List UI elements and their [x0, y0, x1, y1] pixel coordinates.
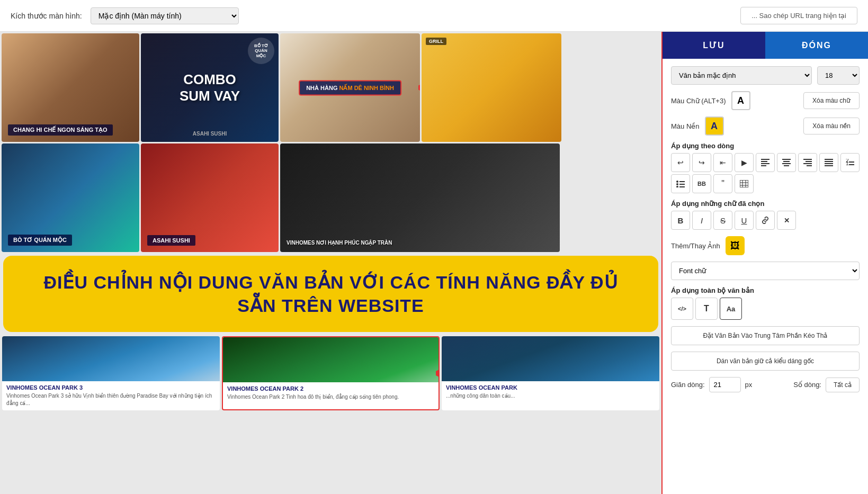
image-grid-row1: CHANG HI CHẾ NGON SÁNG TẠO BỒ TƠQUÁNMỘC …	[0, 32, 661, 143]
align-right-button[interactable]	[798, 153, 817, 172]
font-family-select[interactable]: Văn bản mặc định Arial Roboto	[671, 66, 812, 85]
play-button[interactable]: ▶	[735, 153, 754, 172]
apply-all-toolbar: </> T Aa	[671, 298, 860, 320]
grid-cell-2: BỒ TƠQUÁNMỘC COMBOSUM VAY ASAHI SUSHI	[141, 33, 279, 142]
copy-url-button[interactable]: ... Sao chép URL trang hiện tại	[740, 7, 857, 24]
line-toolbar: ↩ ↪ ⇤ ▶	[671, 153, 860, 172]
align-justify-button[interactable]	[819, 153, 838, 172]
card2-desc: Vinhomes Ocean Park 2 Tinh hoa đô thị bi…	[227, 393, 434, 401]
bold-button[interactable]: B	[671, 211, 690, 230]
arrow-to-card2	[436, 363, 440, 384]
bg-color-preview[interactable]: A	[705, 116, 724, 136]
line-spacing-label: Giãn dòng:	[671, 381, 705, 389]
text-color-label: Màu Chữ (ALT+3)	[671, 97, 726, 105]
big-headline: ĐIỀU CHỈNH NỘI DUNG VĂN BẢN VỚI CÁC TÍNH…	[24, 271, 637, 317]
align-center-button[interactable]	[777, 153, 796, 172]
svg-rect-9	[783, 161, 790, 162]
svg-rect-5	[761, 161, 767, 162]
card3-title: VINHOMES OCEAN PARK	[446, 384, 655, 391]
screen-size-select[interactable]: Mặc định (Màn máy tính) Màn hình nhỏ Màn…	[91, 7, 239, 24]
bg-color-row: Màu Nền A Xóa màu nền	[671, 116, 860, 136]
svg-rect-14	[803, 163, 812, 164]
panel-header: LƯU ĐÓNG	[663, 32, 868, 59]
card1-title: VINHOMES OCEAN PARK 3	[6, 384, 216, 391]
bbcode-button[interactable]: BB	[692, 174, 711, 193]
tat-ca-button[interactable]: Tất cả	[826, 378, 860, 392]
code-block-button[interactable]: </>	[671, 298, 693, 320]
font-size-select[interactable]: 18 12 14 16 20 24	[817, 66, 860, 85]
text-T-button[interactable]: T	[695, 298, 718, 320]
card3-desc: ...những công dân toàn cầu...	[446, 392, 655, 400]
clear-bg-color-button[interactable]: Xóa màu nền	[803, 118, 860, 134]
card1-desc: Vinhomes Ocean Park 3 sở hữu Vịnh biển t…	[6, 392, 216, 407]
font-settings-row: Văn bản mặc định Arial Roboto 18 12 14 1…	[671, 66, 860, 85]
format-toolbar: B I S U ✕	[671, 211, 860, 230]
clear-text-color-button[interactable]: Xóa màu chữ	[803, 92, 860, 109]
grid-cell-7: VINHOMES NƠI HẠNH PHÚC NGẬP TRÀN	[280, 143, 560, 252]
cell5-label: BÒ TƠ QUÁN MỘC	[8, 235, 72, 246]
grid-cell-1: CHANG HI CHẾ NGON SÁNG TẠO	[2, 33, 139, 142]
panel-body: Văn bản mặc định Arial Roboto 18 12 14 1…	[663, 59, 868, 400]
svg-rect-12	[803, 159, 812, 160]
website-preview: CHANG HI CHẾ NGON SÁNG TẠO BỒ TƠQUÁNMỘC …	[0, 32, 661, 494]
line-spacing-row: Giãn dòng: px Số dòng: Tất cả	[671, 377, 860, 392]
grid-cell-6: ASAHI SUSHI	[141, 143, 279, 252]
image-grid-row2: BÒ TƠ QUÁN MỘC ASAHI SUSHI VINHOMES NƠI …	[0, 143, 661, 254]
svg-text:2.: 2.	[846, 159, 850, 164]
quote-button[interactable]: "	[713, 174, 732, 193]
save-button[interactable]: LƯU	[663, 32, 765, 59]
screen-size-label: Kích thước màn hình:	[11, 12, 82, 20]
svg-point-28	[676, 186, 678, 187]
underline-button[interactable]: U	[735, 211, 754, 230]
svg-point-24	[676, 181, 678, 183]
bottom-card-1: VINHOMES OCEAN PARK 3 Vinhomes Ocean Par…	[2, 336, 220, 410]
bottom-cards: VINHOMES OCEAN PARK 3 Vinhomes Ocean Par…	[0, 334, 661, 412]
svg-rect-25	[679, 181, 685, 182]
svg-rect-16	[825, 159, 833, 160]
svg-rect-11	[784, 165, 789, 166]
add-image-row: Thêm/Thay Ảnh 🖼	[671, 236, 860, 255]
svg-rect-29	[679, 186, 685, 187]
center-text-button[interactable]: Đặt Văn Bản Vào Trung Tâm Phần Kéo Thả	[671, 326, 860, 345]
line-toolbar-2: BB "	[671, 174, 860, 193]
redo-button[interactable]: ↪	[692, 153, 711, 172]
table-button[interactable]	[735, 174, 754, 193]
font-chu-select[interactable]: Font chữ Arial Roboto Times New Roman	[671, 262, 860, 280]
font-aa-button[interactable]: Aa	[720, 298, 742, 320]
svg-rect-23	[849, 161, 854, 163]
grid-cell-5: BÒ TƠ QUÁN MỘC	[2, 143, 139, 252]
paste-style-button[interactable]: Dán văn bản giữ cả kiểu dáng gốc	[671, 352, 860, 371]
link-button[interactable]	[756, 211, 775, 230]
right-panel: LƯU ĐÓNG Văn bản mặc định Arial Roboto 1…	[661, 32, 868, 494]
unlink-button[interactable]: ✕	[777, 211, 796, 230]
unordered-list-button[interactable]	[671, 174, 690, 193]
italic-button[interactable]: I	[692, 211, 711, 230]
line-count-label: Số dòng:	[793, 381, 821, 389]
strikethrough-button[interactable]: S	[713, 211, 732, 230]
ordered-list-button[interactable]: 1.2.	[840, 153, 860, 172]
text-color-preview[interactable]: A	[731, 91, 750, 110]
close-button[interactable]: ĐÓNG	[765, 32, 868, 59]
grid-cell-3: NHÀ HÀNG NẤM DÊ NINH BÌNH	[280, 33, 420, 142]
card2-title: VINHOMES OCEAN PARK 2	[227, 385, 434, 392]
bottom-card-2: VINHOMES OCEAN PARK 2 Vinhomes Ocean Par…	[222, 336, 440, 410]
outdent-button[interactable]: ⇤	[713, 153, 732, 172]
svg-rect-8	[782, 159, 791, 160]
svg-rect-21	[849, 164, 854, 165]
apply-all-section: Áp dụng toàn bộ văn bản </> T Aa	[671, 286, 860, 320]
apply-by-line-title: Áp dụng theo dòng	[671, 142, 860, 150]
nha-hang-banner: NHÀ HÀNG NẤM DÊ NINH BÌNH	[299, 80, 401, 95]
undo-button[interactable]: ↩	[671, 153, 690, 172]
svg-rect-19	[825, 165, 833, 166]
align-left-button[interactable]	[756, 153, 775, 172]
bg-color-label: Màu Nền	[671, 122, 700, 130]
svg-rect-4	[761, 159, 769, 160]
main-layout: CHANG HI CHẾ NGON SÁNG TẠO BỒ TƠQUÁNMỘC …	[0, 32, 868, 494]
line-spacing-input[interactable]	[709, 377, 741, 392]
add-image-button[interactable]: 🖼	[726, 236, 745, 255]
apply-by-line-section: Áp dụng theo dòng ↩ ↪ ⇤ ▶	[671, 142, 860, 193]
svg-rect-7	[761, 165, 766, 166]
font-chu-row: Font chữ Arial Roboto Times New Roman	[671, 262, 860, 280]
svg-rect-6	[761, 163, 769, 164]
svg-rect-13	[806, 161, 812, 162]
